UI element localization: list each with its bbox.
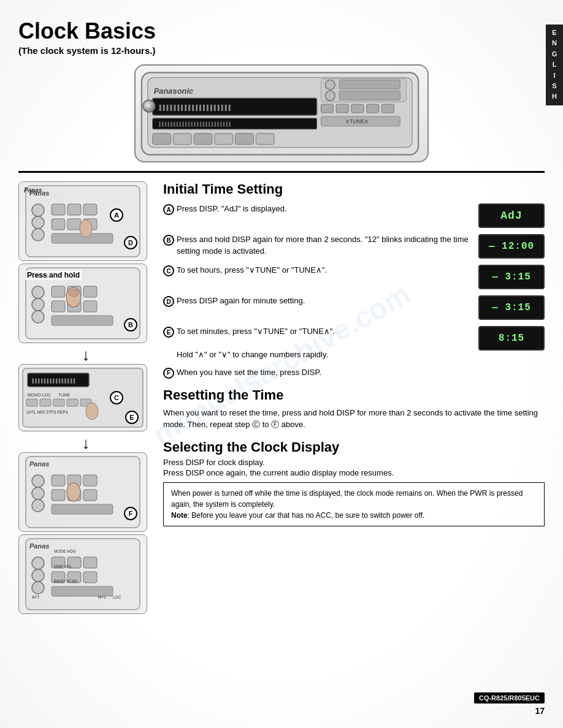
step-circle-a: A xyxy=(163,204,174,215)
side-tab-h: H xyxy=(552,92,557,101)
svg-text:A: A xyxy=(114,211,119,219)
selecting-text2: Press DISP once again, the current audio… xyxy=(163,468,545,477)
device-image-area: Panasonic ▐▐▐▐▐▐▐▐▐▐▐▐▐▐▐▐▐▐▐▐ ▐▐▐▐▐▐▐▐▐… xyxy=(18,64,545,173)
svg-text:Panas: Panas xyxy=(29,542,49,550)
panel-svg-1: Panas xyxy=(25,184,141,258)
svg-rect-32 xyxy=(52,204,65,215)
svg-rect-49 xyxy=(52,286,65,297)
device-image: Panasonic ▐▐▐▐▐▐▐▐▐▐▐▐▐▐▐▐▐▐▐▐ ▐▐▐▐▐▐▐▐▐… xyxy=(134,64,429,162)
svg-rect-98 xyxy=(83,557,97,568)
selecting-title: Selecting the Clock Display xyxy=(163,439,545,455)
main-content: Panas Panas xyxy=(18,181,545,616)
step-a: A Press DISP. "AdJ" is displayed. AdJ xyxy=(163,203,545,228)
svg-point-78 xyxy=(32,475,44,487)
svg-rect-11 xyxy=(339,91,400,100)
step-image-4: Panas F xyxy=(18,452,147,532)
svg-text:ATT: ATT xyxy=(32,595,40,599)
svg-text:▐▐▐▐▐▐▐▐▐▐▐▐▐▐▐▐▐▐▐▐▐▐▐▐▐: ▐▐▐▐▐▐▐▐▐▐▐▐▐▐▐▐▐▐▐▐▐▐▐▐▐ xyxy=(158,121,231,126)
svg-rect-34 xyxy=(83,204,97,215)
step-f-text: When you have set the time, press DISP. xyxy=(177,367,545,379)
svg-text:BAND  SCAN: BAND SCAN xyxy=(54,579,77,583)
right-column: Initial Time Setting A Press DISP. "AdJ"… xyxy=(163,181,545,526)
svg-text:B: B xyxy=(128,321,133,328)
step-c-left: C To set hours, press "∨TUNE" or "TUNE∧"… xyxy=(163,265,475,276)
note-text: When power is turned off while the time … xyxy=(171,489,523,509)
step-b-left: B Press and hold DISP again for more tha… xyxy=(163,234,475,257)
note-box: When power is turned off while the time … xyxy=(163,482,545,526)
svg-rect-14 xyxy=(194,133,212,144)
svg-text:Panasonic: Panasonic xyxy=(154,86,193,96)
side-tab: E N G L I S H xyxy=(546,25,563,105)
svg-text:E: E xyxy=(129,414,134,421)
panel-svg-5: Panas ATT MODE HDG DISP SEL BAND SCA xyxy=(25,537,141,611)
svg-text:DISP  SEL: DISP SEL xyxy=(54,564,72,569)
resetting-title: Resetting the Time xyxy=(163,387,545,403)
side-tab-g: G xyxy=(552,50,557,59)
svg-rect-33 xyxy=(67,204,81,215)
svg-rect-83 xyxy=(83,475,97,486)
svg-rect-68 xyxy=(67,399,78,406)
side-tab-e: E xyxy=(552,28,556,37)
step-circle-c: C xyxy=(163,265,174,276)
svg-rect-16 xyxy=(236,133,254,144)
svg-rect-24 xyxy=(382,104,394,113)
arrow-down-1: ↓ xyxy=(18,347,153,363)
side-tab-i: I xyxy=(553,71,555,80)
svg-text:M+1: M+1 xyxy=(98,595,106,599)
svg-text:1HTL  NR2  3TPS  REP4: 1HTL NR2 3TPS REP4 xyxy=(26,410,68,414)
svg-text:▐▐▐▐▐▐▐▐▐▐▐▐▐▐▐▐▐▐▐▐: ▐▐▐▐▐▐▐▐▐▐▐▐▐▐▐▐▐▐▐▐ xyxy=(158,104,231,112)
img1-label: Panas xyxy=(24,187,42,194)
svg-point-48 xyxy=(32,311,44,323)
svg-text:TUNE: TUNE xyxy=(58,393,70,397)
svg-rect-12 xyxy=(153,133,171,144)
svg-text:∨TUNE∧: ∨TUNE∧ xyxy=(345,118,369,124)
svg-text:LOC: LOC xyxy=(113,595,121,599)
svg-text:MONO LOC: MONO LOC xyxy=(28,393,51,397)
svg-point-94 xyxy=(32,569,44,582)
svg-point-8 xyxy=(325,80,335,89)
step-f: F When you have set the time, press DISP… xyxy=(163,367,545,379)
step-d-left: D Press DISP again for minute setting. xyxy=(163,295,475,307)
press-hold-label: Press and hold xyxy=(25,270,82,280)
note-extra: : Before you leave your car that has no … xyxy=(188,511,425,520)
svg-point-57 xyxy=(69,289,79,297)
svg-point-30 xyxy=(32,216,44,229)
display-c: — 3:15 xyxy=(478,265,545,289)
step-f-left: F When you have set the time, press DISP… xyxy=(163,367,545,379)
model-badge: CQ-R825/R805EUC xyxy=(474,692,545,703)
step-a-text: Press DISP. "AdJ" is displayed. xyxy=(177,203,475,215)
step-e: E To set minutes, press "∨TUNE" or "TUNE… xyxy=(163,326,545,361)
svg-rect-35 xyxy=(52,219,65,230)
step-b-text: Press and hold DISP again for more than … xyxy=(177,234,475,257)
step-circle-d: D xyxy=(163,296,174,307)
svg-rect-101 xyxy=(83,572,97,583)
display-e: 8:15 xyxy=(478,326,545,351)
device-svg: Panasonic ▐▐▐▐▐▐▐▐▐▐▐▐▐▐▐▐▐▐▐▐ ▐▐▐▐▐▐▐▐▐… xyxy=(136,66,427,161)
svg-rect-10 xyxy=(339,80,400,89)
side-tab-n: N xyxy=(552,39,557,48)
svg-rect-84 xyxy=(52,490,65,501)
step-c-text: To set hours, press "∨TUNE" or "TUNE∧". xyxy=(177,265,475,276)
display-d: — 3:15 xyxy=(478,295,545,320)
left-column: Panas Panas xyxy=(18,181,153,616)
svg-point-71 xyxy=(86,403,98,420)
svg-rect-52 xyxy=(52,301,65,312)
display-b: — 12:00 xyxy=(478,234,545,259)
svg-point-47 xyxy=(32,298,44,311)
panel-svg-3: ▐▐▐▐▐▐▐▐▐▐▐▐▐▐▐ MONO LOC TUNE 1HTL NR2 3… xyxy=(21,367,144,428)
svg-rect-21 xyxy=(336,104,348,113)
step-e-text: To set minutes, press "∨TUNE" or "TUNE∧"… xyxy=(177,326,475,361)
page-footer: CQ-R825/R805EUC 17 xyxy=(474,692,545,716)
selecting-text1: Press DISP for clock display. xyxy=(163,458,545,467)
svg-rect-15 xyxy=(215,133,233,144)
step-circle-b: B xyxy=(163,235,174,246)
svg-point-46 xyxy=(32,286,44,298)
svg-text:D: D xyxy=(128,239,133,246)
step-d-text: Press DISP again for minute setting. xyxy=(177,295,475,307)
svg-text:F: F xyxy=(129,510,133,517)
step-circle-f: F xyxy=(163,368,174,379)
note-bold: Note xyxy=(171,511,188,520)
svg-point-95 xyxy=(32,582,44,594)
step-d: D Press DISP again for minute setting. —… xyxy=(163,295,545,320)
initial-time-setting-title: Initial Time Setting xyxy=(163,181,545,197)
